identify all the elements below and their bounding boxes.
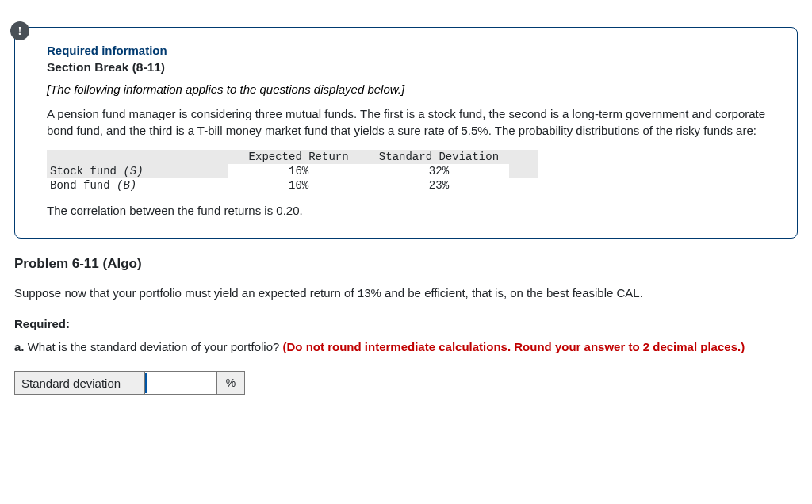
standard-deviation-input[interactable] [145, 373, 216, 393]
answer-unit: % [217, 372, 245, 395]
answer-input-cell [145, 372, 217, 395]
page: ! Required information Section Break (8-… [0, 0, 812, 410]
applies-note: [The following information applies to th… [47, 82, 773, 96]
table-header-blank [47, 150, 228, 164]
fund-tail [509, 164, 538, 178]
question-intro-pre: Suppose now that your portfolio must yie… [14, 286, 358, 300]
question-intro: Suppose now that your portfolio must yie… [14, 284, 798, 303]
part-a-note: (Do not round intermediate calculations.… [283, 340, 745, 353]
question-a: a. What is the standard deviation of you… [14, 338, 798, 356]
fund-name: Stock fund (S) [47, 164, 228, 178]
question-intro-pct: 13 [358, 288, 371, 300]
part-a-label: a. [14, 340, 25, 353]
scenario-text: A pension fund manager is considering th… [47, 105, 773, 139]
alert-icon: ! [10, 21, 29, 40]
question-intro-post: % and be efficient, that is, on the best… [371, 286, 643, 300]
problem-title: Problem 6-11 (Algo) [14, 256, 798, 272]
fund-standard-deviation: 32% [369, 164, 509, 178]
part-a-text: What is the standard deviation of your p… [25, 340, 283, 353]
answer-table: Standard deviation % [14, 371, 245, 395]
answer-row: Standard deviation % [15, 372, 245, 395]
table-header-tail [509, 150, 538, 164]
required-label: Required: [14, 317, 798, 330]
answer-label: Standard deviation [15, 372, 145, 395]
table-header-row: Expected Return Standard Deviation [47, 150, 538, 164]
funds-table: Expected Return Standard Deviation Stock… [47, 150, 538, 193]
table-row: Stock fund (S) 16% 32% [47, 164, 538, 178]
table-row: Bond fund (B) 10% 23% [47, 178, 538, 193]
fund-name: Bond fund (B) [47, 178, 228, 193]
table-header-expected-return: Expected Return [228, 150, 369, 164]
table-header-standard-deviation: Standard Deviation [369, 150, 509, 164]
correlation-text: The correlation between the fund returns… [47, 204, 773, 217]
fund-tail [509, 178, 538, 193]
fund-expected-return: 10% [228, 178, 369, 193]
required-info-box: ! Required information Section Break (8-… [14, 27, 798, 239]
section-break-title: Section Break (8-11) [47, 60, 773, 74]
fund-expected-return: 16% [228, 164, 369, 178]
fund-standard-deviation: 23% [369, 178, 509, 193]
required-info-label: Required information [47, 44, 773, 57]
